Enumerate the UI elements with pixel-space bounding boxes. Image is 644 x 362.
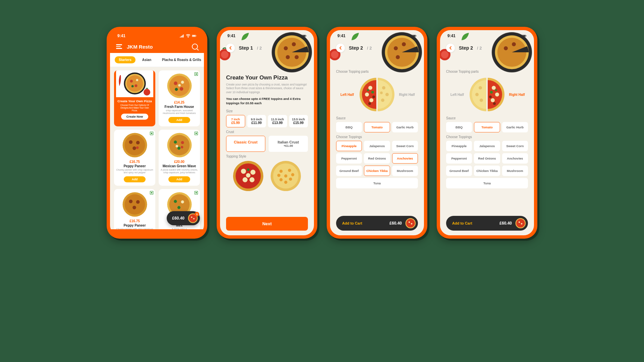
chip-option[interactable]: Anchovies: [502, 153, 528, 164]
chip-option[interactable]: Jalapenos: [364, 141, 390, 151]
create-now-button[interactable]: Create Now: [121, 114, 149, 120]
add-button[interactable]: Add: [168, 117, 191, 123]
svg-point-19: [124, 135, 145, 155]
svg-point-44: [193, 218, 195, 219]
right-half-label[interactable]: Right Half: [397, 93, 416, 97]
pizza-icon: [167, 132, 192, 158]
topping-style-option[interactable]: [232, 160, 264, 192]
chip-option[interactable]: Jalapenos: [474, 141, 500, 151]
chip-option[interactable]: Chicken Tikka: [474, 166, 500, 176]
tab-starters[interactable]: Starters: [115, 56, 136, 63]
product-card[interactable]: £16.75 Peppy Paneer Chunky paneer with c…: [114, 130, 155, 186]
chip-option[interactable]: Garlic Hurb: [392, 122, 418, 132]
svg-point-118: [495, 89, 497, 91]
chip-option[interactable]: Pepperoni: [446, 153, 472, 164]
pizza-icon: [405, 218, 416, 229]
chip-option[interactable]: Garlic Hurb: [502, 122, 528, 132]
hero-card[interactable]: Create Your Own Pizza Choose From Our Op…: [114, 70, 155, 126]
chip-option[interactable]: Anchovies: [392, 153, 418, 164]
chip-option[interactable]: Sweet Corn: [392, 141, 418, 151]
svg-point-9: [131, 85, 133, 87]
menu-icon[interactable]: [116, 44, 123, 49]
chip-option[interactable]: Pineapple: [336, 141, 362, 151]
add-button[interactable]: Add: [124, 176, 146, 182]
size-option[interactable]: 9.5 inch£11.99: [247, 115, 266, 127]
back-button[interactable]: [446, 44, 455, 52]
right-half-label[interactable]: Right Half: [507, 93, 526, 97]
svg-point-113: [480, 99, 483, 102]
pizza-halves[interactable]: [469, 76, 505, 113]
size-option[interactable]: 13.5 inch£15.99: [289, 115, 308, 127]
svg-point-115: [495, 93, 499, 97]
chip-option[interactable]: Mushroom: [502, 166, 528, 176]
left-half-label[interactable]: Left Half: [448, 93, 467, 97]
next-button[interactable]: Next: [226, 217, 308, 231]
pizza-icon: [167, 73, 192, 99]
step-label: Step 2: [459, 45, 473, 51]
product-desc: crisp capsicum, succulent mushrooms and …: [161, 109, 198, 115]
back-button[interactable]: [226, 44, 235, 52]
chip-option[interactable]: Red Onions: [474, 153, 500, 164]
svg-point-93: [382, 86, 385, 89]
svg-point-87: [365, 93, 369, 97]
pizza-halves[interactable]: [359, 76, 395, 113]
size-option[interactable]: 11.5 inch£13.99: [268, 115, 287, 127]
svg-point-111: [479, 86, 482, 89]
chip-option[interactable]: BBQ: [336, 122, 362, 132]
svg-point-95: [381, 99, 384, 102]
status-time: 9:41: [117, 34, 125, 38]
topping-style-option[interactable]: [270, 160, 302, 192]
leaf-icon: [350, 32, 360, 42]
crust-option[interactable]: Classic Crust: [226, 136, 265, 152]
tab-asian[interactable]: Asian: [138, 56, 155, 63]
chip-option[interactable]: Red Onions: [364, 153, 390, 164]
step-total: / 2: [477, 46, 482, 51]
product-desc: A pizza crisp p: [172, 228, 187, 229]
svg-point-117: [490, 91, 493, 94]
size-options: 7 inch£5.99 9.5 inch£11.99 11.5 inch£13.…: [226, 115, 308, 127]
svg-rect-1: [192, 35, 195, 37]
size-option[interactable]: 7 inch£5.99: [226, 115, 245, 127]
status-bar: 9:41: [110, 30, 204, 42]
svg-rect-85: [416, 36, 416, 36]
svg-point-8: [135, 84, 137, 87]
product-desc: A pizza loaded with crunchy onions, cris…: [161, 169, 198, 174]
add-cart-price: £60.40: [499, 221, 512, 226]
chip-option[interactable]: Ground Beef: [446, 166, 472, 176]
chip-option[interactable]: Tuna: [336, 178, 418, 188]
category-tabs: Starters Asian Placha & Roasts & Grills …: [110, 53, 204, 67]
product-card[interactable]: £16.75 Peppy Paneer Chunky paneer with c…: [114, 189, 155, 229]
svg-point-86: [368, 86, 372, 90]
chip-option[interactable]: BBQ: [446, 122, 472, 132]
left-half-label[interactable]: Left Half: [338, 93, 357, 97]
crust-option[interactable]: Italian Crust+£1.00: [269, 136, 308, 152]
chip-option[interactable]: Sweet Corn: [502, 141, 528, 151]
step-total: / 2: [367, 46, 372, 51]
chip-option[interactable]: Pepperoni: [336, 153, 362, 164]
back-button[interactable]: [336, 44, 345, 52]
search-icon[interactable]: [192, 44, 198, 50]
chip-option[interactable]: Tomato: [364, 122, 390, 132]
svg-point-14: [181, 81, 184, 84]
add-to-cart-button[interactable]: Add to Cart £60.40: [446, 216, 528, 231]
chip-option[interactable]: Ground Beef: [336, 166, 362, 176]
svg-point-10: [144, 89, 150, 96]
chip-option[interactable]: Mushroom: [392, 166, 418, 176]
svg-point-96: [380, 92, 383, 94]
product-card[interactable]: £14.25 Fresh Farm House crisp capsicum, …: [159, 70, 200, 126]
tab-placha[interactable]: Placha & Roasts & Grills: [158, 56, 204, 63]
chip-option[interactable]: Chicken Tikka: [364, 166, 390, 176]
chip-option[interactable]: Tomato: [474, 122, 500, 132]
cart-pill[interactable]: £60.40 3: [167, 211, 200, 225]
add-cart-label: Add to Cart: [452, 221, 496, 225]
svg-point-26: [174, 140, 177, 143]
add-button[interactable]: Add: [168, 176, 191, 182]
svg-point-120: [493, 102, 496, 105]
product-card[interactable]: £20.00 Mexican Green Wave A pizza loaded…: [159, 130, 200, 186]
sauce-label: Sauce: [336, 116, 418, 120]
chip-option[interactable]: Pineapple: [446, 141, 472, 151]
chip-option[interactable]: Tuna: [446, 178, 528, 188]
svg-point-62: [250, 177, 255, 182]
add-to-cart-button[interactable]: Add to Cart £60.40: [336, 216, 418, 231]
product-name: Peppy Paneer: [123, 224, 146, 227]
